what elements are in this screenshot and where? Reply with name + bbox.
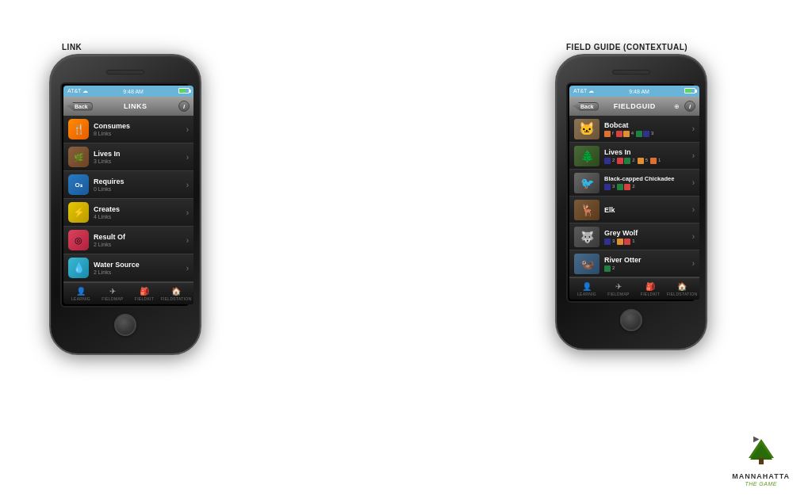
right-tab-fieldstation[interactable]: 🏠 FIELDSTATION — [666, 282, 698, 296]
list-item-bobcat[interactable]: 🐱 Bobcat f 4 3 › — [569, 116, 699, 143]
tag — [624, 239, 630, 245]
left-screen-outer: AT&T ☁ 9:48 AM Back LINKS i — [60, 82, 190, 307]
creates-title: Creates — [94, 205, 182, 213]
list-item-otter[interactable]: 🦦 River Otter 2 › — [569, 250, 699, 277]
tag — [616, 131, 622, 137]
right-time: 9:48 AM — [629, 89, 649, 94]
tag — [604, 239, 611, 245]
resultof-icon: ◎ — [68, 230, 89, 250]
left-nav-bar: Back LINKS i — [63, 97, 193, 116]
chickadee-thumb: 🐦 — [574, 173, 599, 193]
left-nav-title: LINKS — [95, 102, 176, 110]
requires-title: Requires — [94, 178, 182, 185]
list-item[interactable]: 💧 Water Source 2 Links › — [63, 254, 193, 282]
right-battery — [684, 88, 695, 94]
list-item-livesin[interactable]: 🌲 Lives In 2 2 5 1 › — [569, 143, 699, 170]
left-battery — [178, 88, 190, 94]
bobcat-img: 🐱 — [574, 119, 599, 139]
creates-chevron: › — [186, 208, 189, 217]
left-signal: AT&T ☁ — [67, 88, 88, 94]
resultof-sub: 2 Links — [94, 242, 182, 247]
resultof-title: Result Of — [94, 233, 182, 241]
requires-text: Requires 0 Links — [94, 178, 182, 192]
otter-title: River Otter — [604, 256, 688, 264]
tag — [624, 158, 630, 164]
otter-thumb: 🦦 — [574, 254, 599, 274]
right-nav-title: FIELDGUID — [601, 102, 668, 110]
otter-chevron: › — [692, 259, 695, 268]
bobcat-thumb: 🐱 — [574, 119, 599, 139]
right-speaker — [612, 70, 650, 74]
consumes-icon: 🍴 — [68, 119, 89, 139]
livesin-text2: Lives In 2 2 5 1 — [604, 148, 688, 164]
tag-num: 2 — [612, 265, 615, 272]
right-tab-fieldkit-label: FIELDKIT — [641, 292, 660, 296]
tag-num: 3 — [612, 184, 615, 190]
chickadee-title: Black-capped Chickadee — [604, 175, 688, 182]
wolf-img: 🐺 — [574, 227, 599, 247]
right-info-button[interactable]: i — [684, 101, 695, 112]
left-info-button[interactable]: i — [178, 101, 190, 112]
list-item[interactable]: 🍴 Consumes 8 Links › — [63, 116, 193, 143]
tag — [604, 265, 611, 272]
list-item[interactable]: O₂ Requires 0 Links › — [63, 171, 193, 199]
tab-fieldkit[interactable]: 🎒 FIELDKIT — [128, 287, 160, 301]
tab-fieldmap-icon: ✈ — [109, 287, 116, 296]
right-tab-fieldstation-icon: 🏠 — [677, 282, 687, 291]
livesin-title: Lives In — [94, 150, 182, 158]
left-speaker — [106, 70, 144, 74]
wolf-text: Grey Wolf 3 1 — [604, 229, 688, 245]
tab-fieldmap[interactable]: ✈ FIELDMAP — [97, 287, 128, 301]
tab-learnig[interactable]: 👤 LEARNIG — [65, 287, 97, 301]
tab-fieldstation-icon: 🏠 — [171, 287, 181, 296]
list-item-wolf[interactable]: 🐺 Grey Wolf 3 1 › — [569, 223, 699, 250]
consumes-text: Consumes 8 Links — [94, 122, 182, 136]
battery-icon-right — [684, 88, 695, 94]
right-tab-fieldmap[interactable]: ✈ FIELDMAP — [603, 282, 634, 296]
right-crosshair-button[interactable]: ⊕ — [671, 101, 682, 112]
wolf-title: Grey Wolf — [604, 229, 688, 237]
list-item[interactable]: ⚡ Creates 4 Links › — [63, 199, 193, 227]
livesin-tags: 2 2 5 1 — [604, 158, 688, 164]
left-back-button[interactable]: Back — [67, 102, 93, 111]
tag — [604, 158, 611, 164]
list-item[interactable]: 🌿 Lives In 3 Links › — [63, 143, 193, 171]
left-status-bar: AT&T ☁ 9:48 AM — [63, 86, 193, 97]
right-tab-fieldstation-label: FIELDSTATION — [667, 292, 698, 296]
watersource-chevron: › — [186, 264, 189, 273]
otter-tags: 2 — [604, 265, 688, 272]
right-tab-fieldmap-icon: ✈ — [615, 282, 622, 291]
creates-sub: 4 Links — [94, 214, 182, 220]
tab-fieldkit-label: FIELDKIT — [135, 296, 154, 301]
tab-fieldstation-label: FIELDSTATION — [161, 296, 192, 301]
logo-sub: THE GAME — [732, 481, 790, 487]
right-tab-bar: 👤 LEARNIG ✈ FIELDMAP 🎒 FIELDKIT 🏠 FIELDS… — [569, 277, 699, 300]
livesin-chevron: › — [186, 153, 189, 162]
right-screen-outer: AT&T ☁ 9:48 AM Back FIELDGUID ⊕ i — [566, 82, 696, 303]
tag-num: 2 — [632, 158, 634, 164]
right-list: 🐱 Bobcat f 4 3 › — [569, 116, 699, 277]
left-screen: AT&T ☁ 9:48 AM Back LINKS i — [63, 86, 193, 304]
tab-fieldstation[interactable]: 🏠 FIELDSTATION — [160, 287, 192, 301]
tag — [604, 184, 611, 190]
right-tab-learnig[interactable]: 👤 LEARNIG — [571, 282, 603, 296]
left-home-button[interactable] — [114, 314, 136, 336]
right-phone-body: AT&T ☁ 9:48 AM Back FIELDGUID ⊕ i — [555, 54, 707, 350]
list-item[interactable]: ◎ Result Of 2 Links › — [63, 227, 193, 254]
tag — [643, 131, 649, 137]
right-label: FIELD GUIDE (CONTEXTUAL) — [566, 43, 688, 52]
list-item-chickadee[interactable]: 🐦 Black-capped Chickadee 3 2 › — [569, 170, 699, 197]
tag-num: 2 — [612, 158, 615, 164]
right-tab-fieldkit[interactable]: 🎒 FIELDKIT — [634, 282, 666, 296]
wolf-thumb: 🐺 — [574, 227, 599, 247]
consumes-title: Consumes — [94, 122, 182, 130]
left-tab-bar: 👤 LEARNIG ✈ FIELDMAP 🎒 FIELDKIT 🏠 FIELDS… — [63, 282, 193, 304]
creates-icon: ⚡ — [68, 202, 89, 223]
list-item-elk[interactable]: 🦌 Elk › — [569, 197, 699, 223]
battery-icon — [178, 88, 190, 94]
watersource-text: Water Source 2 Links — [94, 261, 182, 275]
right-back-button[interactable]: Back — [573, 102, 599, 111]
right-tab-fieldmap-label: FIELDMAP — [607, 292, 629, 296]
right-phone: AT&T ☁ 9:48 AM Back FIELDGUID ⊕ i — [555, 54, 707, 350]
right-home-button[interactable] — [620, 309, 642, 331]
